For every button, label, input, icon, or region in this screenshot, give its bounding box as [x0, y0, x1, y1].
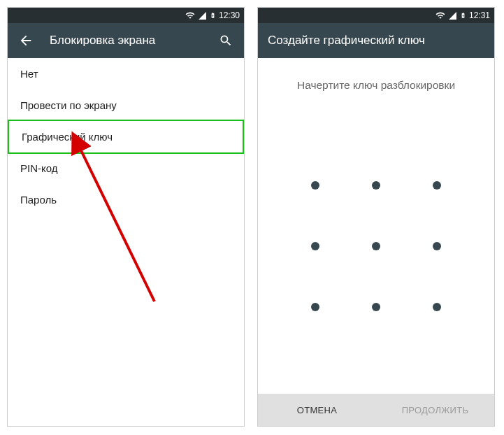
battery-icon	[210, 10, 216, 20]
app-bar: Создайте графический ключ	[258, 23, 494, 58]
phone-right-pattern-setup: 12:31 Создайте графический ключ Начертит…	[257, 7, 495, 427]
continue-button[interactable]: ПРОДОЛЖИТЬ	[376, 394, 494, 426]
pattern-dot-6[interactable]	[406, 216, 467, 277]
button-label: ОТМЕНА	[297, 405, 337, 415]
pattern-dot-3[interactable]	[406, 155, 467, 216]
pattern-dot-7[interactable]	[285, 276, 346, 337]
list-item-label: Графический ключ	[22, 131, 113, 143]
search-icon[interactable]	[217, 32, 234, 49]
list-item-pattern[interactable]: Графический ключ	[8, 120, 244, 154]
list-item-label: Нет	[20, 68, 38, 80]
status-bar: 12:30	[8, 8, 244, 23]
list-item-password[interactable]: Пароль	[8, 184, 244, 215]
pattern-draw-area[interactable]	[258, 99, 494, 394]
list-item-pin[interactable]: PIN-код	[8, 152, 244, 184]
list-item-none[interactable]: Нет	[8, 58, 244, 90]
signal-icon	[198, 11, 207, 20]
list-item-swipe[interactable]: Провести по экрану	[8, 90, 244, 121]
bottom-button-bar: ОТМЕНА ПРОДОЛЖИТЬ	[258, 394, 494, 426]
wifi-icon	[185, 10, 195, 20]
pattern-grid	[285, 155, 467, 337]
cancel-button[interactable]: ОТМЕНА	[258, 394, 376, 426]
pattern-dot-9[interactable]	[406, 276, 467, 337]
wifi-icon	[435, 10, 445, 20]
list-item-label: Провести по экрану	[20, 99, 117, 111]
list-item-label: Пароль	[20, 194, 57, 206]
pattern-instruction: Начертите ключ разблокировки	[258, 58, 494, 99]
lock-options-list: Нет Провести по экрану Графический ключ …	[8, 58, 244, 426]
status-time: 12:30	[219, 10, 240, 20]
button-label: ПРОДОЛЖИТЬ	[402, 405, 469, 415]
pattern-dot-2[interactable]	[346, 155, 407, 216]
pattern-dot-8[interactable]	[346, 276, 407, 337]
back-icon[interactable]	[17, 32, 34, 49]
status-bar: 12:31	[258, 8, 494, 23]
appbar-title: Создайте графический ключ	[268, 34, 484, 48]
pattern-dot-4[interactable]	[285, 216, 346, 277]
app-bar: Блокировка экрана	[8, 23, 244, 58]
appbar-title: Блокировка экрана	[50, 34, 202, 48]
pattern-dot-5[interactable]	[346, 216, 407, 277]
phone-left-lockscreen-settings: 12:30 Блокировка экрана Нет Провести по …	[7, 7, 245, 427]
battery-icon	[460, 10, 466, 20]
status-time: 12:31	[469, 10, 490, 20]
signal-icon	[448, 11, 457, 20]
list-item-label: PIN-код	[20, 162, 58, 174]
pattern-dot-1[interactable]	[285, 155, 346, 216]
